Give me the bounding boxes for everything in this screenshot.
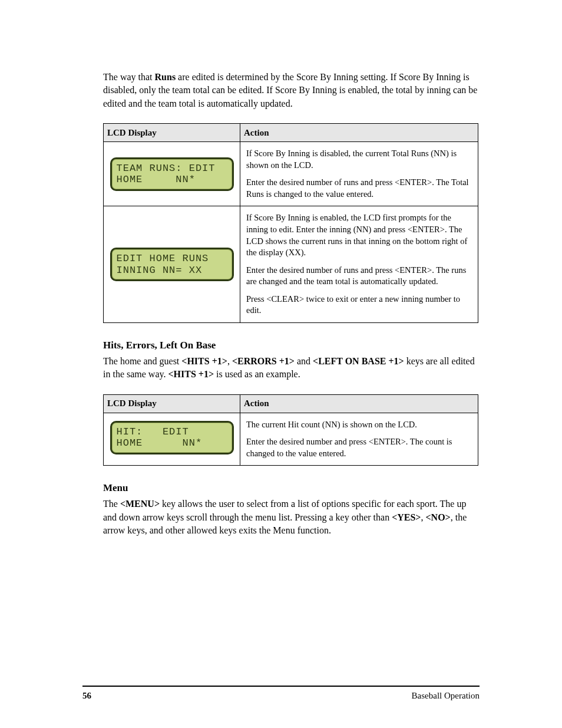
text-bold: <ENTER> — [369, 437, 406, 446]
text-bold: <ENTER> — [395, 177, 432, 187]
text: ) and press — [368, 225, 407, 234]
page-number: 56 — [82, 691, 91, 701]
hits-table-row-1: HIT: EDIT HOME NN* The current Hit count… — [104, 413, 478, 466]
text-bold: <ENTER> — [408, 225, 445, 234]
runs-table: LCD Display Action TEAM RUNS: EDIT HOME … — [103, 123, 478, 323]
text: and — [295, 356, 313, 366]
text-bold: <ERRORS +1> — [232, 356, 295, 366]
hits-table-head-lcd: LCD Display — [104, 394, 240, 413]
lcd-hit-edit: HIT: EDIT HOME NN* — [110, 421, 234, 454]
lcd-team-runs-edit: TEAM RUNS: EDIT HOME NN* — [110, 157, 234, 191]
hits-errors-lob-heading: Hits, Errors, Left On Base — [103, 340, 480, 351]
text-bold: <YES> — [392, 512, 421, 522]
text-bold: NN — [356, 225, 368, 234]
runs-row1-action: If Score By Inning is disabled, the curr… — [240, 142, 478, 206]
text-bold: <HITS +1> — [168, 369, 214, 379]
runs-table-head-action: Action — [240, 124, 478, 142]
text-bold: <ENTER> — [395, 265, 432, 275]
menu-heading: Menu — [103, 482, 480, 494]
text: Enter the desired number of runs and pre… — [246, 265, 395, 275]
hits-table-head-action: Action — [240, 394, 478, 413]
intro-bold: Runs — [155, 72, 176, 82]
text: The current Hit count ( — [246, 420, 325, 429]
text: is used as an example. — [214, 369, 300, 379]
text-bold: <CLEAR> — [266, 294, 304, 304]
text-bold: XX — [289, 248, 301, 257]
text: The home and guest — [103, 356, 181, 366]
text-bold: <NO> — [425, 512, 450, 522]
menu-paragraph: The <MENU> key allows the user to select… — [103, 498, 480, 537]
hits-table: LCD Display Action HIT: EDIT HOME NN* Th… — [103, 394, 478, 466]
runs-table-head-lcd: LCD Display — [104, 124, 240, 142]
intro-pre: The way that — [103, 72, 155, 82]
hits-paragraph: The home and guest <HITS +1>, <ERRORS +1… — [103, 355, 480, 381]
text: Press — [246, 294, 266, 304]
text: The — [103, 499, 120, 509]
text: ) is shown on the LCD. — [338, 420, 417, 429]
footer-section-title: Baseball Operation — [412, 691, 480, 701]
intro-paragraph: The way that Runs are edited is determin… — [103, 71, 480, 110]
text: Enter the desired number of runs and pre… — [246, 177, 395, 187]
text-bold: <LEFT ON BASE +1> — [313, 356, 404, 366]
text: , — [227, 356, 232, 366]
text-bold: NN — [434, 149, 446, 158]
runs-table-row-1: TEAM RUNS: EDIT HOME NN* If Score By Inn… — [104, 142, 478, 206]
text-bold: NN — [325, 420, 338, 429]
footer-divider — [82, 686, 480, 687]
text: If Score By Inning is disabled, the curr… — [246, 149, 434, 158]
text-bold: <HITS +1> — [181, 356, 227, 366]
lcd-edit-home-runs: EDIT HOME RUNS INNING NN= XX — [110, 248, 234, 281]
text: ). — [301, 248, 306, 257]
hits-row1-action: The current Hit count (NN) is shown on t… — [240, 413, 478, 466]
text-bold: <MENU> — [120, 499, 160, 509]
runs-table-row-2: EDIT HOME RUNS INNING NN= XX If Score By… — [104, 206, 478, 323]
text: Enter the desired number and press — [246, 437, 369, 446]
runs-row2-action: If Score By Inning is enabled, the LCD f… — [240, 206, 478, 323]
